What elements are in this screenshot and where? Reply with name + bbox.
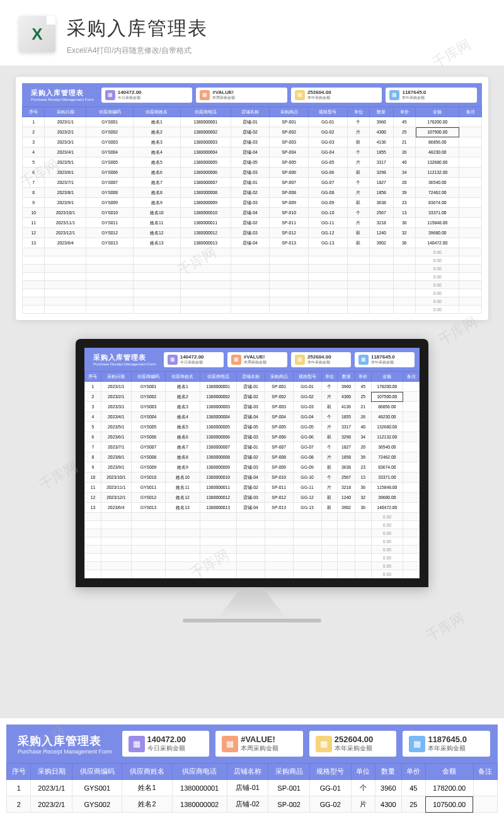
table-cell[interactable]: 112132.00	[371, 432, 403, 442]
table-cell[interactable]: 0.00	[371, 562, 403, 570]
table-cell[interactable]	[338, 513, 355, 521]
table-cell[interactable]: 店铺-05	[236, 422, 265, 432]
table-cell[interactable]	[180, 281, 231, 289]
table-cell[interactable]: 2023/11/1	[101, 483, 131, 493]
table-cell[interactable]	[338, 570, 355, 578]
table-cell[interactable]: 姓名8	[166, 452, 200, 462]
table-cell[interactable]: GYS002	[86, 127, 134, 137]
table-cell[interactable]: 39	[355, 452, 371, 462]
table-cell[interactable]	[200, 546, 236, 554]
table-cell[interactable]: 0.00	[416, 248, 459, 256]
table-cell[interactable]: 姓名11	[134, 218, 181, 228]
table-cell[interactable]: SP-006	[270, 168, 309, 178]
table-cell[interactable]	[23, 289, 45, 297]
table-cell[interactable]: 26	[355, 412, 371, 422]
table-cell[interactable]	[231, 265, 270, 273]
table-cell[interactable]	[101, 521, 131, 529]
table-cell[interactable]: 3298	[338, 432, 355, 442]
table-cell[interactable]: 个	[347, 117, 369, 127]
table-cell[interactable]: 2023/8/1	[101, 452, 131, 462]
table-cell[interactable]: 1380000010	[180, 208, 231, 218]
table-cell[interactable]	[403, 513, 420, 521]
table-cell[interactable]: GG-13	[293, 503, 321, 513]
table-cell[interactable]	[101, 546, 131, 554]
table-cell[interactable]: GG-12	[308, 228, 347, 238]
table-cell[interactable]	[166, 562, 200, 570]
table-cell[interactable]	[370, 306, 394, 314]
table-cell[interactable]: 个	[321, 412, 338, 422]
table-cell[interactable]: GYS006	[131, 432, 165, 442]
table-cell[interactable]: 0.00	[416, 289, 459, 297]
table-cell[interactable]: 6	[85, 432, 101, 442]
table-cell[interactable]: 双	[321, 503, 338, 513]
table-cell[interactable]: 25	[393, 127, 415, 137]
table-cell[interactable]	[265, 562, 293, 570]
table-cell[interactable]	[166, 537, 200, 546]
table-cell[interactable]: 姓名4	[134, 147, 181, 158]
table-cell[interactable]: 2023/6/1	[101, 432, 131, 442]
table-cell[interactable]: 10	[23, 208, 45, 218]
table-cell[interactable]: 7	[85, 442, 101, 452]
table-cell[interactable]	[293, 554, 321, 562]
table-cell[interactable]	[200, 554, 236, 562]
table-cell[interactable]: 双	[321, 402, 338, 412]
table-cell[interactable]: SP-003	[270, 137, 309, 147]
table-cell[interactable]: 店铺-03	[236, 432, 265, 442]
table-cell[interactable]: 个	[321, 442, 338, 452]
table-cell[interactable]: GG-05	[293, 422, 321, 432]
table-cell[interactable]: 2023/1/1	[31, 780, 72, 796]
table-cell[interactable]	[265, 529, 293, 537]
table-cell[interactable]: 140472.00	[416, 238, 459, 248]
table-cell[interactable]	[231, 281, 270, 289]
table-cell[interactable]	[101, 562, 131, 570]
table-cell[interactable]	[308, 265, 347, 273]
table-cell[interactable]: 姓名7	[134, 178, 181, 188]
table-cell[interactable]: GG-12	[293, 493, 321, 503]
table-cell[interactable]: 1380000002	[200, 392, 236, 402]
table-cell[interactable]: 2	[85, 392, 101, 402]
table-cell[interactable]	[23, 256, 45, 265]
table-cell[interactable]: 姓名2	[122, 796, 172, 813]
table-cell[interactable]: 4136	[370, 137, 394, 147]
table-cell[interactable]: 1380000012	[200, 493, 236, 503]
table-cell[interactable]: 店铺-02	[236, 392, 265, 402]
table-cell[interactable]: GYS001	[131, 382, 165, 392]
table-cell[interactable]: 40	[355, 422, 371, 432]
table-cell[interactable]	[459, 248, 482, 256]
table-cell[interactable]: 10	[85, 472, 101, 483]
table-cell[interactable]: 双	[321, 462, 338, 472]
table-cell[interactable]	[231, 306, 270, 314]
table-cell[interactable]: 0.00	[371, 513, 403, 521]
table-cell[interactable]: 107500.00	[416, 127, 459, 137]
table-cell[interactable]	[403, 422, 420, 432]
table-cell[interactable]	[347, 306, 369, 314]
table-cell[interactable]: 店铺-01	[227, 780, 268, 796]
table-cell[interactable]: 8	[85, 452, 101, 462]
table-cell[interactable]: 1380000002	[172, 796, 227, 813]
table-cell[interactable]	[270, 265, 309, 273]
table-cell[interactable]: 3902	[370, 238, 394, 248]
table-cell[interactable]	[403, 452, 420, 462]
table-cell[interactable]: 店铺-04	[236, 503, 265, 513]
table-cell[interactable]: 0.00	[416, 297, 459, 306]
table-cell[interactable]: 0.00	[416, 273, 459, 281]
table-cell[interactable]: GYS008	[86, 188, 134, 198]
table-cell[interactable]: GG-02	[308, 127, 347, 137]
table-cell[interactable]: 2023/6/4	[45, 238, 86, 248]
table-cell[interactable]: SP-012	[270, 228, 309, 238]
table-cell[interactable]: GG-01	[309, 780, 351, 796]
table-cell[interactable]	[370, 273, 394, 281]
table-cell[interactable]	[265, 546, 293, 554]
table-cell[interactable]	[355, 562, 371, 570]
table-cell[interactable]: 店铺-03	[231, 168, 270, 178]
table-cell[interactable]	[293, 521, 321, 529]
table-cell[interactable]	[131, 521, 165, 529]
table-cell[interactable]: GG-07	[293, 442, 321, 452]
table-cell[interactable]: 个	[321, 472, 338, 483]
table-cell[interactable]: GG-09	[308, 198, 347, 208]
table-cell[interactable]	[200, 529, 236, 537]
table-cell[interactable]: GG-04	[308, 147, 347, 158]
table-cell[interactable]: GG-10	[293, 472, 321, 483]
table-cell[interactable]	[459, 208, 482, 218]
table-cell[interactable]: 48230.00	[416, 147, 459, 158]
